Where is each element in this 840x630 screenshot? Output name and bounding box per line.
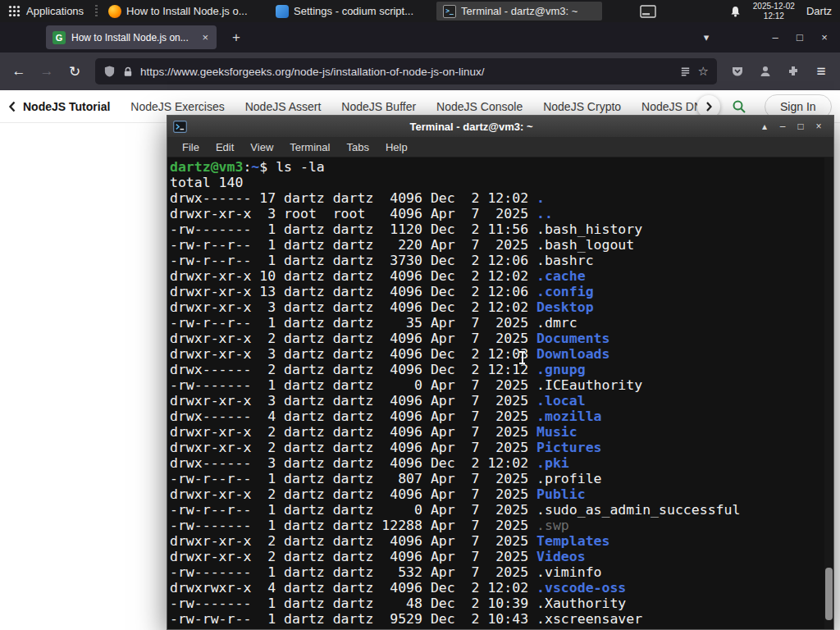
tray-terminal-window-icon xyxy=(640,5,656,18)
terminal-line: drwxr-xr-x 10 dartz dartz 4096 Dec 2 12:… xyxy=(170,268,833,284)
browser-tab[interactable]: G How to Install Node.js on... × xyxy=(46,25,217,49)
terminal-close-button[interactable]: × xyxy=(810,118,828,135)
taskbar-item-browser[interactable]: How to Install Node.js o... xyxy=(102,2,267,21)
terminal-menu-view[interactable]: View xyxy=(242,141,281,153)
terminal-icon: >_ xyxy=(443,5,456,18)
forward-button[interactable]: → xyxy=(33,58,61,84)
ibeam-bottom-serif xyxy=(519,363,525,364)
terminal-line: -rw------- 1 dartz dartz 48 Dec 2 10:39 … xyxy=(170,596,833,611)
user-menu[interactable]: Dartz xyxy=(806,5,832,17)
terminal-line: drwx------ 17 dartz dartz 4096 Dec 2 12:… xyxy=(170,190,833,206)
terminal-output: dartz@vm3:~$ ls -latotal 140drwx------ 1… xyxy=(167,158,833,627)
terminal-line: -rw-rw-r-- 1 dartz dartz 9529 Dec 2 10:4… xyxy=(170,611,833,627)
terminal-menu-help[interactable]: Help xyxy=(377,141,416,153)
terminal-app-icon xyxy=(173,121,187,133)
subnav-item-nodejs-exercises[interactable]: NodeJS Exercises xyxy=(130,100,224,113)
browser-maximize-button[interactable]: □ xyxy=(788,27,812,48)
tab-title: How to Install Node.js on... xyxy=(71,32,194,43)
tab-close-icon[interactable]: × xyxy=(200,31,210,43)
applications-grid-icon xyxy=(8,5,21,17)
account-icon[interactable] xyxy=(751,58,779,84)
desktop: Applications How to Install Node.js o...… xyxy=(0,0,840,630)
taskbar-item-title: Terminal - dartz@vm3: ~ xyxy=(461,5,578,17)
terminal-line: -rw------- 1 dartz dartz 532 Apr 7 2025 … xyxy=(170,564,833,580)
top-panel: Applications How to Install Node.js o...… xyxy=(0,0,840,22)
extensions-icon[interactable] xyxy=(779,58,807,84)
save-to-pocket-icon[interactable] xyxy=(724,58,751,84)
terminal-scrollbar[interactable] xyxy=(824,158,833,629)
applications-menu-button[interactable]: Applications xyxy=(0,0,92,22)
url-bar[interactable]: https://www.geeksforgeeks.org/node-js/in… xyxy=(95,58,717,84)
tracking-protection-shield-icon[interactable] xyxy=(103,65,116,78)
terminal-line: drwxr-xr-x 2 dartz dartz 4096 Apr 7 2025… xyxy=(170,440,833,455)
terminal-line: drwxr-xr-x 2 dartz dartz 4096 Apr 7 2025… xyxy=(170,424,833,440)
clock-date: 2025-12-02 xyxy=(753,2,795,11)
new-tab-button[interactable]: + xyxy=(226,28,246,48)
reader-view-icon[interactable] xyxy=(679,66,692,78)
terminal-line: -rw------- 1 dartz dartz 12288 Apr 7 202… xyxy=(170,518,833,533)
subnav-item-nodejs-console[interactable]: NodeJS Console xyxy=(436,100,523,113)
terminal-line: -rw-r--r-- 1 dartz dartz 220 Apr 7 2025 … xyxy=(170,237,833,253)
back-button[interactable]: ← xyxy=(5,58,33,84)
terminal-menu-tabs[interactable]: Tabs xyxy=(338,141,377,153)
terminal-line: dartz@vm3:~$ ls -la xyxy=(170,159,833,175)
firefox-icon xyxy=(108,5,121,18)
terminal-shade-button[interactable]: ▴ xyxy=(756,118,774,135)
subnav-item-nodejs-assert[interactable]: NodeJS Assert xyxy=(245,100,322,113)
terminal-line: drwxr-xr-x 3 root root 4096 Apr 7 2025 .… xyxy=(170,206,833,221)
terminal-titlebar[interactable]: Terminal - dartz@vm3: ~ ▴ – □ × xyxy=(167,116,833,137)
subnav-scroll-left-icon[interactable] xyxy=(7,100,18,113)
taskbar-item-terminal[interactable]: >_ Terminal - dartz@vm3: ~ xyxy=(436,2,602,21)
terminal-line: -rw-r--r-- 1 dartz dartz 807 Apr 7 2025 … xyxy=(170,471,833,486)
terminal-line: -rw------- 1 dartz dartz 1120 Dec 2 11:5… xyxy=(170,221,833,237)
terminal-line: -rw-r--r-- 1 dartz dartz 35 Apr 7 2025 .… xyxy=(170,315,833,331)
reload-button[interactable]: ↻ xyxy=(61,58,89,84)
ibeam-stem xyxy=(522,353,523,363)
terminal-menu-file[interactable]: File xyxy=(174,141,208,153)
terminal-line: -rw-r--r-- 1 dartz dartz 0 Apr 7 2025 .s… xyxy=(170,502,833,518)
firefox-tab-bar: G How to Install Node.js on... × + ▾ – □… xyxy=(0,22,840,52)
notifications-bell-icon[interactable] xyxy=(729,5,742,18)
window-controls: ▾ – □ × xyxy=(696,22,840,52)
terminal-line: drwxrwxr-x 4 dartz dartz 4096 Dec 2 12:0… xyxy=(170,580,833,596)
terminal-window: Terminal - dartz@vm3: ~ ▴ – □ × File Edi… xyxy=(167,115,834,630)
terminal-line: drwxr-xr-x 2 dartz dartz 4096 Apr 7 2025… xyxy=(170,549,833,564)
terminal-line: drwxr-xr-x 3 dartz dartz 4096 Dec 2 12:0… xyxy=(170,299,833,315)
subnav-item-nodejs-tutorial[interactable]: NodeJS Tutorial xyxy=(23,100,110,113)
browser-close-button[interactable]: × xyxy=(812,27,837,48)
terminal-line: total 140 xyxy=(170,175,833,190)
url-text[interactable]: https://www.geeksforgeeks.org/node-js/in… xyxy=(140,66,673,78)
menu-button[interactable]: ≡ xyxy=(807,58,835,84)
bookmark-star-icon[interactable]: ☆ xyxy=(698,64,709,79)
clock-time: 12:12 xyxy=(753,11,795,21)
terminal-line: drwx------ 3 dartz dartz 4096 Dec 2 12:0… xyxy=(170,455,833,471)
panel-separator xyxy=(95,5,98,18)
tray-terminal-indicator[interactable] xyxy=(637,2,659,21)
applications-label: Applications xyxy=(26,5,84,17)
taskbar-item-settings[interactable]: Settings - codium script... xyxy=(269,2,435,21)
codium-icon xyxy=(276,5,289,18)
mouse-cursor-ibeam xyxy=(518,351,526,364)
terminal-title: Terminal - dartz@vm3: ~ xyxy=(187,121,756,133)
terminal-body[interactable]: dartz@vm3:~$ ls -latotal 140drwx------ 1… xyxy=(167,158,833,629)
list-all-tabs-chevron-icon[interactable]: ▾ xyxy=(696,27,717,48)
terminal-line: drwxr-xr-x 3 dartz dartz 4096 Dec 2 12:0… xyxy=(170,346,833,362)
terminal-line: drwxr-xr-x 2 dartz dartz 4096 Apr 7 2025… xyxy=(170,533,833,549)
clock[interactable]: 2025-12-02 12:12 xyxy=(753,2,795,21)
terminal-menu-edit[interactable]: Edit xyxy=(208,141,242,153)
browser-minimize-button[interactable]: – xyxy=(763,27,788,48)
gfg-favicon: G xyxy=(52,31,66,44)
subnav-item-nodejs-buffer[interactable]: NodeJS Buffer xyxy=(341,100,416,113)
terminal-maximize-button[interactable]: □ xyxy=(792,118,810,135)
search-icon[interactable] xyxy=(732,99,746,114)
terminal-menu-terminal[interactable]: Terminal xyxy=(281,141,338,153)
terminal-line: drwxr-xr-x 3 dartz dartz 4096 Apr 7 2025… xyxy=(170,393,833,409)
terminal-menubar: File Edit View Terminal Tabs Help xyxy=(167,137,833,158)
panel-status-area: 2025-12-02 12:12 Dartz xyxy=(729,2,840,21)
subnav-item-nodejs-dns[interactable]: NodeJS DNS xyxy=(641,100,697,113)
scrollbar-thumb[interactable] xyxy=(825,568,833,620)
terminal-line: -rw-r--r-- 1 dartz dartz 3730 Dec 2 12:0… xyxy=(170,253,833,268)
lock-icon[interactable] xyxy=(122,66,134,78)
subnav-item-nodejs-crypto[interactable]: NodeJS Crypto xyxy=(543,100,621,113)
terminal-minimize-button[interactable]: – xyxy=(774,118,792,135)
